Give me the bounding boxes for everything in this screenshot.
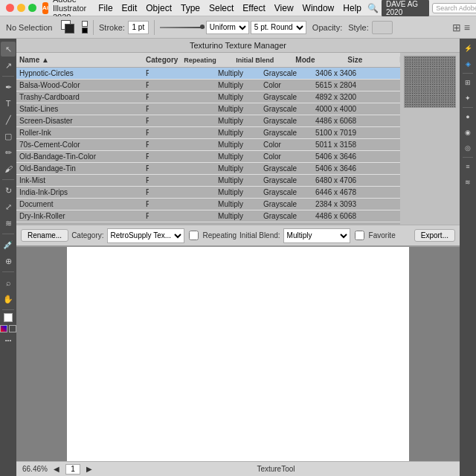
tool-line[interactable]: ╱ bbox=[1, 112, 16, 127]
rt-dot2-icon[interactable]: ◉ bbox=[461, 126, 475, 139]
table-cell bbox=[149, 187, 201, 198]
tool-direct-select[interactable]: ↗ bbox=[1, 58, 16, 73]
page-prev-btn[interactable]: ◀ bbox=[54, 465, 60, 473]
table-cell: 4486 x 6068 bbox=[312, 115, 364, 126]
window-buttons[interactable] bbox=[6, 4, 36, 12]
fill-stroke-widget[interactable] bbox=[61, 20, 88, 35]
table-cell bbox=[149, 91, 201, 103]
canvas-white[interactable] bbox=[67, 247, 409, 461]
table-row[interactable]: 70s-Cement-ColorRetroSupply Texture S...… bbox=[16, 139, 400, 151]
table-cell bbox=[364, 151, 400, 162]
menu-view[interactable]: View bbox=[270, 1, 298, 15]
tool-blend[interactable]: ⊕ bbox=[1, 254, 16, 268]
rt-grid-icon[interactable]: ⊞ bbox=[461, 76, 475, 89]
tool-scale[interactable]: ⤢ bbox=[1, 199, 16, 214]
rt-wave-icon[interactable]: ≋ bbox=[461, 176, 475, 189]
table-row[interactable]: Static-LinesRetroSupply Texture S...Mult… bbox=[16, 103, 400, 115]
table-cell: 5406 x 3646 bbox=[312, 151, 364, 162]
tool-zoom[interactable]: ⌕ bbox=[1, 275, 16, 290]
category-select[interactable]: RetroSupply Tex... bbox=[107, 228, 184, 243]
rt-cc-icon[interactable]: ◈ bbox=[461, 57, 475, 71]
table-cell: India-Ink-Drips bbox=[16, 187, 143, 198]
menu-effect[interactable]: Effect bbox=[238, 1, 269, 15]
table-cell: RetroSupply Texture S... bbox=[143, 199, 149, 210]
table-cell bbox=[364, 139, 400, 150]
rename-button[interactable]: Rename... bbox=[21, 229, 68, 242]
table-cell: Color bbox=[260, 151, 312, 162]
table-cell: Multiply bbox=[201, 115, 260, 126]
gradient-mode[interactable] bbox=[0, 325, 7, 332]
style-preview[interactable] bbox=[372, 21, 393, 34]
table-row[interactable]: Ink-MistRetroSupply Texture S...Multiply… bbox=[16, 175, 400, 187]
texture-preview bbox=[404, 56, 456, 108]
tool-warp[interactable]: ≋ bbox=[1, 216, 16, 231]
align-icon[interactable]: ≡ bbox=[464, 22, 470, 33]
page-number-input[interactable] bbox=[65, 464, 80, 475]
tool-text[interactable]: T bbox=[1, 96, 16, 111]
th-category[interactable]: Category bbox=[143, 54, 181, 65]
repeating-checkbox[interactable] bbox=[189, 231, 199, 240]
rt-brush-icon[interactable]: ≡ bbox=[461, 160, 475, 173]
table-cell: Document bbox=[16, 199, 143, 210]
rt-link-icon[interactable]: ⚡ bbox=[461, 42, 475, 55]
th-initial-blend[interactable]: Initial Blend bbox=[233, 54, 292, 65]
menu-type[interactable]: Type bbox=[176, 1, 205, 15]
more-tools[interactable]: ••• bbox=[5, 337, 11, 344]
favorite-checkbox[interactable] bbox=[355, 231, 364, 240]
rt-dot3-icon[interactable]: ◎ bbox=[461, 141, 475, 155]
maximize-button[interactable] bbox=[28, 4, 36, 12]
export-button[interactable]: Export... bbox=[414, 229, 455, 242]
table-cell: 4486 x 6068 bbox=[312, 210, 364, 222]
menu-object[interactable]: Object bbox=[141, 1, 176, 15]
menu-file[interactable]: File bbox=[94, 1, 117, 15]
tool-pen[interactable]: ✒ bbox=[1, 80, 16, 94]
rt-dot1-icon[interactable]: ● bbox=[461, 110, 475, 123]
table-row[interactable]: Balsa-Wood-ColorRetroSupply Texture S...… bbox=[16, 80, 400, 91]
menu-window[interactable]: Window bbox=[298, 1, 339, 15]
tool-brush[interactable]: 🖌 bbox=[1, 161, 16, 176]
initial-blend-select[interactable]: Multiply bbox=[283, 228, 350, 243]
th-mode[interactable]: Mode bbox=[292, 54, 344, 65]
th-name[interactable]: Name ▲ bbox=[16, 54, 143, 65]
color-fill[interactable] bbox=[4, 313, 13, 322]
minimize-button[interactable] bbox=[17, 4, 25, 12]
tool-eyedrop[interactable]: 💉 bbox=[1, 237, 16, 252]
tool-paint[interactable]: ✏ bbox=[1, 145, 16, 160]
page-next-btn[interactable]: ▶ bbox=[86, 465, 92, 473]
menu-select[interactable]: Select bbox=[205, 1, 238, 15]
brush-type-select[interactable]: Uniform bbox=[206, 21, 249, 34]
stroke-value-input[interactable] bbox=[128, 21, 149, 34]
table-row[interactable]: Hypnotic-CirclesRetroSupply Texture S...… bbox=[16, 68, 400, 80]
table-cell bbox=[364, 210, 400, 222]
stroke-box[interactable] bbox=[65, 24, 74, 33]
brush-size-select[interactable]: 5 pt. Round bbox=[251, 21, 306, 34]
tool-hand[interactable]: ✋ bbox=[1, 292, 16, 306]
adobe-stock-search[interactable]: Search Adobe Stock bbox=[432, 3, 476, 13]
table-row[interactable]: Trashy-CardboardRetroSupply Texture S...… bbox=[16, 91, 400, 103]
tool-rect[interactable]: ▢ bbox=[1, 129, 16, 144]
th-repeating[interactable]: Repeating bbox=[181, 54, 233, 65]
table-row[interactable]: Screen-DisasterRetroSupply Texture S...M… bbox=[16, 115, 400, 127]
table-row[interactable]: India-Ink-DripsRetroSupply Texture S...M… bbox=[16, 187, 400, 199]
category-label: Category: bbox=[71, 231, 103, 239]
close-button[interactable] bbox=[6, 4, 14, 12]
th-size[interactable]: Size bbox=[344, 54, 396, 65]
menu-help[interactable]: Help bbox=[338, 1, 366, 15]
table-cell: 6446 x 4678 bbox=[312, 187, 364, 198]
tool-rotate[interactable]: ↻ bbox=[1, 183, 16, 198]
menu-edit[interactable]: Edit bbox=[118, 1, 142, 15]
tool-select[interactable]: ↖ bbox=[1, 42, 16, 57]
brush-display: Uniform 5 pt. Round bbox=[160, 21, 306, 34]
table-row[interactable]: Dry-Ink-RollerRetroSupply Texture S...Mu… bbox=[16, 210, 400, 222]
table-cell: RetroSupply Texture S... bbox=[143, 210, 149, 222]
table-row[interactable]: Old-Bandage-TinRetroSupply Texture S...M… bbox=[16, 163, 400, 175]
tool-sep-5 bbox=[2, 309, 14, 310]
rt-sparkle-icon[interactable]: ✦ bbox=[461, 91, 475, 105]
arrange-icon[interactable]: ⊞ bbox=[452, 22, 461, 33]
table-row[interactable]: Roller-InkRetroSupply Texture S...Multip… bbox=[16, 127, 400, 139]
table-row[interactable]: Old-Bandage-Tin-ColorRetroSupply Texture… bbox=[16, 151, 400, 163]
no-fill-mode[interactable] bbox=[9, 325, 16, 332]
rt-sep-1 bbox=[463, 73, 473, 74]
table-row[interactable]: DocumentRetroSupply Texture S...Multiply… bbox=[16, 199, 400, 210]
table-cell: Grayscale bbox=[260, 210, 312, 222]
